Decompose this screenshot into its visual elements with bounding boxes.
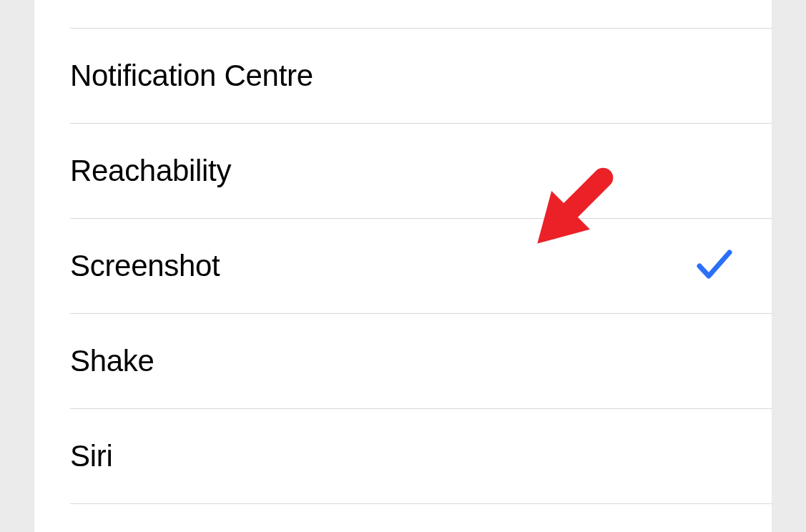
list-item-prior[interactable]	[70, 0, 772, 29]
list-item-label: Reachability	[70, 154, 231, 188]
list-item-label: Notification Centre	[70, 59, 313, 93]
list-item-notification-centre[interactable]: Notification Centre	[70, 29, 772, 124]
list-item-screenshot[interactable]: Screenshot	[70, 219, 772, 314]
checkmark-icon	[697, 247, 732, 285]
settings-list: Notification Centre Reachability Screens…	[34, 0, 772, 504]
list-item-label: Siri	[70, 439, 112, 473]
list-item-label: Shake	[70, 344, 154, 378]
settings-panel: Notification Centre Reachability Screens…	[34, 0, 772, 532]
list-item-reachability[interactable]: Reachability	[70, 124, 772, 219]
list-item-siri[interactable]: Siri	[70, 409, 772, 504]
list-item-label: Screenshot	[70, 249, 220, 283]
list-item-shake[interactable]: Shake	[70, 314, 772, 409]
